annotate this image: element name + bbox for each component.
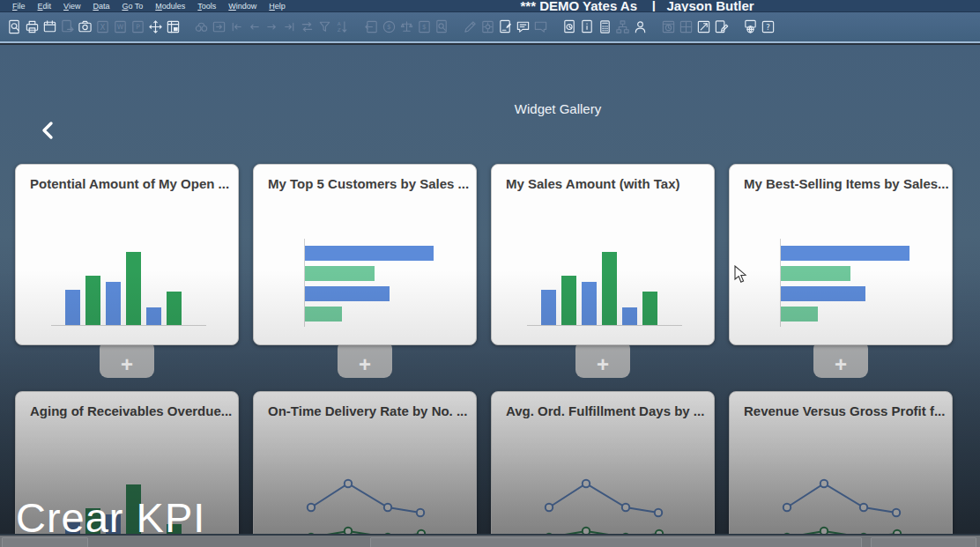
svg-text:Z: Z xyxy=(338,27,341,33)
bar xyxy=(561,276,576,325)
document-search-icon[interactable] xyxy=(434,19,449,34)
bar xyxy=(781,266,850,281)
menu-item-file[interactable]: File xyxy=(12,2,26,11)
bar xyxy=(305,286,390,301)
page-title: Widget Gallery xyxy=(515,101,601,116)
export-excel-icon[interactable]: X xyxy=(95,19,110,34)
bar xyxy=(582,282,597,325)
bar xyxy=(541,290,556,325)
menu-item-data[interactable]: Data xyxy=(93,2,109,11)
svg-text:W: W xyxy=(116,23,123,31)
previous-record-icon[interactable] xyxy=(247,19,262,34)
menu-item-go-to[interactable]: Go To xyxy=(122,2,143,11)
svg-text:P: P xyxy=(136,23,140,31)
horizontal-bar-chart xyxy=(254,165,476,344)
line-chart xyxy=(254,392,476,547)
menu-items: FileEditViewDataGo ToModulesToolsWindowH… xyxy=(0,0,980,11)
menu-item-help[interactable]: Help xyxy=(269,2,286,11)
line-chart xyxy=(730,392,952,547)
payment-means-icon[interactable]: $ xyxy=(382,19,397,34)
widget-card[interactable]: My Sales Amount (with Tax) xyxy=(491,164,715,345)
horizontal-bar-chart xyxy=(730,165,952,344)
sort-table-icon[interactable]: AZ xyxy=(335,19,350,34)
help-icon[interactable]: ? xyxy=(761,19,776,34)
plus-icon: + xyxy=(597,351,609,378)
bar xyxy=(305,246,434,261)
journal-amount-icon[interactable]: $ xyxy=(417,19,432,34)
widget-card[interactable]: My Best-Selling Items by Sales... xyxy=(729,164,953,345)
window-title: *** DEMO Yates As | Jayson Butler xyxy=(520,0,754,12)
next-record-icon[interactable] xyxy=(264,19,279,34)
menu-item-tools[interactable]: Tools xyxy=(197,2,216,11)
org-chart-icon[interactable] xyxy=(615,19,630,34)
widget-card[interactable]: Avg. Ord. Fulfillment Days by ... xyxy=(491,391,715,547)
pan-icon[interactable] xyxy=(148,19,163,34)
transaction-journal-icon[interactable] xyxy=(562,19,577,34)
svg-text:A: A xyxy=(338,21,341,26)
edit-form-ui-icon[interactable] xyxy=(714,19,729,34)
plus-icon: + xyxy=(121,351,133,378)
print-icon[interactable] xyxy=(25,19,40,34)
bar xyxy=(622,307,637,325)
modules-grid-icon[interactable] xyxy=(679,19,694,34)
print-layout-icon[interactable] xyxy=(42,19,57,34)
bar xyxy=(167,292,182,325)
bar xyxy=(781,307,818,322)
export-file-icon[interactable] xyxy=(60,19,75,34)
export-word-icon[interactable]: W xyxy=(113,19,128,34)
back-button[interactable] xyxy=(37,119,60,142)
first-record-icon[interactable] xyxy=(229,19,244,34)
bar xyxy=(126,252,141,325)
vertical-bar-chart xyxy=(492,165,714,344)
last-record-icon[interactable] xyxy=(282,19,297,34)
gross-profit-icon[interactable] xyxy=(399,19,414,34)
schedule-icon[interactable] xyxy=(661,19,676,34)
base-document-icon[interactable] xyxy=(364,19,379,34)
widget-card[interactable]: On-Time Delivery Rate by No. ... xyxy=(253,391,477,547)
alerts-icon[interactable] xyxy=(533,19,548,34)
widget-gallery-panel: Widget Gallery +Potential Amount of My O… xyxy=(0,45,980,547)
web-client-icon[interactable] xyxy=(743,19,758,34)
pervasive-analytics-icon[interactable] xyxy=(696,19,711,34)
status-field-center xyxy=(370,537,862,547)
bar xyxy=(642,292,657,325)
menu-item-view[interactable]: View xyxy=(63,2,80,11)
line-chart xyxy=(492,392,714,547)
bar xyxy=(65,290,80,325)
menu-item-edit[interactable]: Edit xyxy=(38,2,52,11)
screenshot-icon[interactable] xyxy=(78,19,93,34)
filter-table-icon[interactable] xyxy=(317,19,332,34)
chevron-left-icon xyxy=(37,119,60,142)
widget-card[interactable]: Revenue Versus Gross Profit f... xyxy=(729,391,953,547)
refresh-record-icon[interactable] xyxy=(300,19,315,34)
bar xyxy=(602,252,617,325)
document-info-icon[interactable] xyxy=(580,19,595,34)
status-bar xyxy=(0,534,980,547)
add-widget-button[interactable]: + xyxy=(575,341,630,378)
widget-card[interactable]: My Top 5 Customers by Sales ... xyxy=(253,164,477,345)
bar xyxy=(106,282,121,325)
bar xyxy=(146,307,161,325)
vertical-bar-chart xyxy=(16,165,238,344)
form-settings-icon[interactable] xyxy=(480,19,495,34)
widget-card[interactable]: Potential Amount of My Open ... xyxy=(15,164,239,345)
add-widget-button[interactable]: + xyxy=(100,341,154,378)
edit-icon[interactable] xyxy=(463,19,478,34)
svg-text:X: X xyxy=(100,23,105,32)
bar xyxy=(781,286,865,301)
freeze-columns-icon[interactable] xyxy=(166,19,181,34)
export-pdf-icon[interactable]: P xyxy=(130,19,145,34)
messages-icon[interactable] xyxy=(516,19,531,34)
calculator-icon[interactable] xyxy=(598,19,612,34)
preview-icon[interactable] xyxy=(7,19,22,34)
bar xyxy=(781,246,909,261)
menu-item-modules[interactable]: Modules xyxy=(155,2,185,11)
my-menu-icon[interactable] xyxy=(633,19,648,34)
toolbar: XWPAZ$$? xyxy=(0,11,980,43)
find-icon[interactable] xyxy=(194,19,209,34)
add-widget-button[interactable]: + xyxy=(338,341,392,378)
go-to-icon[interactable] xyxy=(212,19,226,34)
authorizations-icon[interactable] xyxy=(498,19,513,34)
add-widget-button[interactable]: + xyxy=(813,341,868,378)
menu-item-window[interactable]: Window xyxy=(228,2,256,11)
